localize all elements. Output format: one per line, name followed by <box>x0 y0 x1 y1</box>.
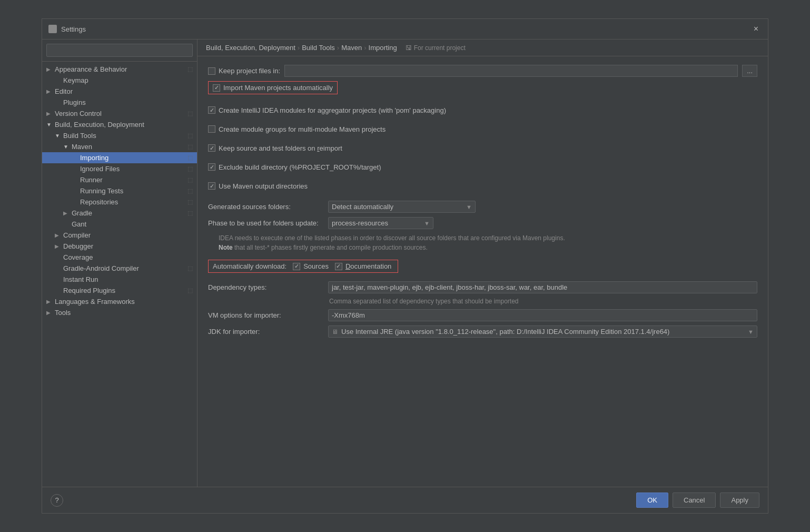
create-intellij-checkbox-label[interactable]: Create IntelliJ IDEA modules for aggrega… <box>208 106 446 114</box>
documentation-label: Documentation <box>345 262 391 270</box>
copy-icon: ⬚ <box>187 165 193 172</box>
documentation-checkbox-label[interactable]: Documentation <box>335 262 391 270</box>
import-maven-highlight-box: Import Maven projects automatically <box>208 81 338 94</box>
apply-button[interactable]: Apply <box>720 492 759 508</box>
vm-options-row: VM options for importer: <box>208 309 757 321</box>
sidebar-item-build-tools[interactable]: ▼ Build Tools ⬚ <box>42 130 197 141</box>
sidebar-item-runner[interactable]: Runner ⬚ <box>42 174 197 185</box>
jdk-dropdown-arrow: ▼ <box>748 329 754 335</box>
create-intellij-checkbox[interactable] <box>208 106 215 114</box>
use-maven-output-checkbox-label[interactable]: Use Maven output directories <box>208 182 308 190</box>
breadcrumb-part3: Maven <box>341 44 362 52</box>
dependency-types-input[interactable] <box>328 281 757 293</box>
expand-arrow: ▶ <box>46 310 53 316</box>
keep-project-path-input[interactable] <box>284 65 738 77</box>
exclude-build-checkbox[interactable] <box>208 163 215 171</box>
create-module-groups-checkbox-label[interactable]: Create module groups for multi-module Ma… <box>208 125 386 133</box>
sidebar-item-version-control[interactable]: ▶ Version Control ⬚ <box>42 108 197 119</box>
sidebar-item-label: Version Control <box>55 110 185 117</box>
dependency-types-row: Dependency types: <box>208 281 757 293</box>
dependency-types-label: Dependency types: <box>208 283 324 291</box>
generated-sources-row: Generated sources folders: Detect automa… <box>208 201 757 213</box>
dropdown-arrow-icon2: ▼ <box>424 220 430 226</box>
breadcrumb-part2: Build Tools <box>302 44 335 52</box>
keep-source-checkbox[interactable] <box>208 144 215 152</box>
sidebar-item-label: Debugger <box>63 242 193 250</box>
use-maven-output-label: Use Maven output directories <box>219 182 308 190</box>
generated-sources-value: Detect automatically <box>332 203 393 211</box>
dialog-title: Settings <box>61 25 86 33</box>
documentation-checkbox[interactable] <box>335 263 342 270</box>
sidebar-item-gant[interactable]: Gant <box>42 219 197 230</box>
sidebar-item-label: Required Plugins <box>63 287 185 294</box>
expand-arrow: ▶ <box>55 243 61 249</box>
jdk-value: Use Internal JRE (java version "1.8.0_11… <box>341 328 748 336</box>
use-maven-output-checkbox[interactable] <box>208 182 215 190</box>
sidebar-item-languages[interactable]: ▶ Languages & Frameworks <box>42 296 197 307</box>
project-note-text: For current project <box>414 44 466 52</box>
close-button[interactable]: × <box>750 23 762 35</box>
sidebar-item-running-tests[interactable]: Running Tests ⬚ <box>42 185 197 196</box>
generated-sources-label: Generated sources folders: <box>208 203 324 211</box>
cancel-button[interactable]: Cancel <box>673 492 716 508</box>
generated-sources-dropdown[interactable]: Detect automatically ▼ <box>328 201 476 213</box>
sidebar-item-ignored-files[interactable]: Ignored Files ⬚ <box>42 163 197 174</box>
vm-options-input[interactable] <box>328 309 757 321</box>
footer-right: OK Cancel Apply <box>636 492 759 508</box>
phase-dropdown[interactable]: process-resources ▼ <box>328 217 433 229</box>
sidebar-item-keymap[interactable]: Keymap <box>42 75 197 86</box>
keep-project-checkbox-label[interactable]: Keep project files in: <box>208 67 280 75</box>
copy-icon: ⬚ <box>187 287 193 294</box>
sidebar-tree: ▶ Appearance & Behavior ⬚ Keymap ▶ Edito… <box>42 62 197 487</box>
breadcrumb-note: 🖫 For current project <box>406 44 466 52</box>
keep-project-checkbox[interactable] <box>208 67 215 75</box>
title-bar: Settings × <box>42 19 768 40</box>
sidebar-item-tools[interactable]: ▶ Tools <box>42 307 197 318</box>
expand-arrow: ▶ <box>46 111 53 116</box>
sidebar-item-label: Build Tools <box>63 132 185 140</box>
sidebar-item-coverage[interactable]: Coverage <box>42 252 197 263</box>
copy-icon: ⬚ <box>187 188 193 194</box>
phase-row: Phase to be used for folders update: pro… <box>208 217 757 229</box>
exclude-build-checkbox-label[interactable]: Exclude build directory (%PROJECT_ROOT%/… <box>208 163 381 171</box>
expand-arrow: ▼ <box>46 122 53 127</box>
import-maven-checkbox-label[interactable]: Import Maven projects automatically <box>213 84 333 92</box>
jdk-dropdown[interactable]: 🖥 Use Internal JRE (java version "1.8.0_… <box>328 326 757 338</box>
search-input[interactable] <box>46 44 193 57</box>
ok-button[interactable]: OK <box>636 492 668 508</box>
expand-arrow: ▶ <box>46 88 53 94</box>
sidebar-item-repositories[interactable]: Repositories ⬚ <box>42 196 197 208</box>
import-maven-checkbox[interactable] <box>213 84 220 92</box>
phase-value: process-resources <box>332 219 388 227</box>
sidebar-item-plugins[interactable]: Plugins <box>42 97 197 108</box>
settings-dialog: Settings × ▶ Appearance & Behavior ⬚ Key… <box>42 18 768 514</box>
sidebar-item-appearance[interactable]: ▶ Appearance & Behavior ⬚ <box>42 64 197 75</box>
sidebar-item-importing[interactable]: Importing ⬚ <box>42 152 197 163</box>
sidebar-item-instant-run[interactable]: Instant Run <box>42 274 197 285</box>
sidebar-item-required-plugins[interactable]: Required Plugins ⬚ <box>42 285 197 296</box>
sources-checkbox[interactable] <box>293 263 300 270</box>
sidebar-item-gradle-android[interactable]: Gradle-Android Compiler ⬚ <box>42 263 197 274</box>
sidebar-item-gradle[interactable]: ▶ Gradle ⬚ <box>42 208 197 219</box>
sidebar-item-editor[interactable]: ▶ Editor <box>42 86 197 97</box>
sidebar-item-label: Gradle <box>72 209 185 217</box>
sidebar-item-compiler[interactable]: ▶ Compiler <box>42 230 197 241</box>
main-panel: Build, Execution, Deployment › Build Too… <box>197 40 768 487</box>
footer: ? OK Cancel Apply <box>42 487 768 513</box>
app-icon <box>48 25 57 33</box>
keep-source-row: Keep source and test folders on reimport <box>208 141 757 155</box>
keep-project-label: Keep project files in: <box>219 67 280 75</box>
sidebar-item-debugger[interactable]: ▶ Debugger <box>42 241 197 252</box>
sidebar-item-label: Ignored Files <box>80 165 185 173</box>
browse-button[interactable]: ... <box>742 65 757 77</box>
vm-options-label: VM options for importer: <box>208 311 324 319</box>
sources-checkbox-label[interactable]: Sources <box>293 262 329 270</box>
copy-icon: ⬚ <box>187 143 193 150</box>
phase-note-line1: IDEA needs to execute one of the listed … <box>219 234 565 242</box>
create-module-groups-checkbox[interactable] <box>208 125 215 133</box>
dropdown-arrow-icon: ▼ <box>466 204 472 210</box>
sidebar-item-maven[interactable]: ▼ Maven ⬚ <box>42 141 197 152</box>
sidebar-item-build-execution[interactable]: ▼ Build, Execution, Deployment <box>42 119 197 130</box>
help-button[interactable]: ? <box>51 494 63 507</box>
keep-source-checkbox-label[interactable]: Keep source and test folders on reimport <box>208 144 342 152</box>
